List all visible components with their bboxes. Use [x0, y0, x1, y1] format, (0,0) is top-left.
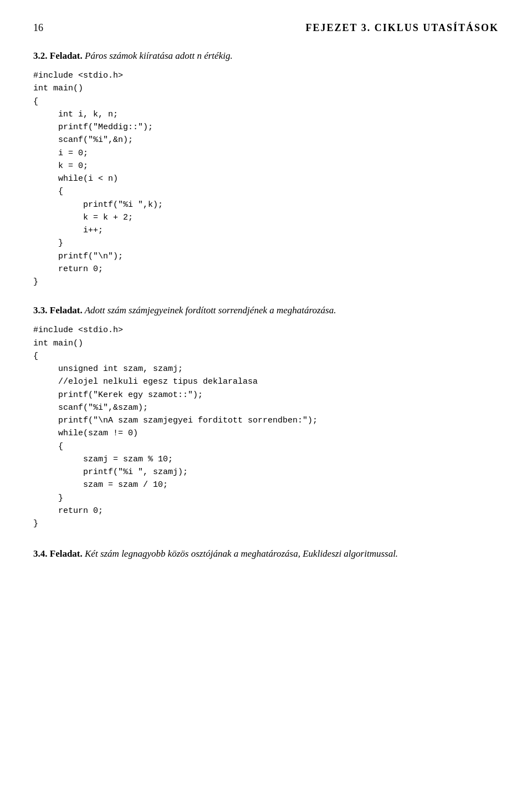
- page-header: 16 FEJEZET 3. CIKLUS UTASÍTÁSOK: [33, 22, 499, 34]
- section-3-2: 3.2. Feladat. Páros számok kiíratása ado…: [33, 50, 499, 288]
- section-3-3-code: #include <stdio.h> int main() { unsigned…: [33, 324, 499, 530]
- section-3-2-heading-italic: Páros számok kiíratása adott n értékig.: [83, 50, 233, 61]
- section-3-3-heading-bold: 3.3. Feladat.: [33, 305, 83, 316]
- section-3-4: 3.4. Feladat. Két szám legnagyobb közös …: [33, 547, 499, 561]
- section-3-2-code: #include <stdio.h> int main() { int i, k…: [33, 69, 499, 288]
- chapter-title: FEJEZET 3. CIKLUS UTASÍTÁSOK: [306, 22, 499, 34]
- section-3-3: 3.3. Feladat. Adott szám számjegyeinek f…: [33, 305, 499, 530]
- page-number: 16: [33, 22, 43, 34]
- section-3-2-heading-bold: 3.2. Feladat.: [33, 50, 83, 61]
- section-3-4-heading-italic: Két szám legnagyobb közös osztójának a m…: [83, 548, 398, 559]
- section-3-4-heading-bold: 3.4. Feladat.: [33, 548, 83, 559]
- section-3-3-heading-italic: Adott szám számjegyeinek fordított sorre…: [83, 305, 336, 316]
- section-3-4-heading: 3.4. Feladat. Két szám legnagyobb közös …: [33, 547, 499, 561]
- section-3-3-heading: 3.3. Feladat. Adott szám számjegyeinek f…: [33, 305, 499, 316]
- section-3-2-heading: 3.2. Feladat. Páros számok kiíratása ado…: [33, 50, 499, 62]
